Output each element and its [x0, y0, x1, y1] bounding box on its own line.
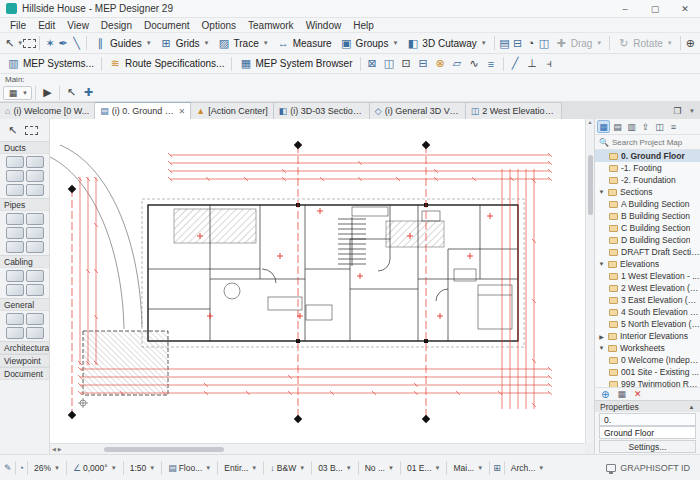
toolbox-section-ducts[interactable]: Ducts — [0, 141, 49, 154]
tab-ground-floor[interactable]: ▤ (i) 0. Ground Floo... ✕ — [95, 102, 191, 119]
tree-item-foundation[interactable]: -2. Foundation — [595, 174, 700, 186]
guides-button[interactable]: ∥ Guides ▼ — [90, 35, 156, 52]
tab-general-3d[interactable]: ◇ (i) General 3D Vie... — [370, 102, 466, 119]
camera-icon[interactable]: ◫ — [537, 35, 550, 51]
scroll-up-icon[interactable]: ▲ — [588, 119, 593, 125]
project-map-icon[interactable]: ▦ — [597, 120, 610, 133]
graphisoft-id[interactable]: GRAPHISOFT ID — [606, 463, 696, 473]
duct-straight-tool[interactable] — [6, 156, 24, 168]
scale-dropdown[interactable]: 1:50▼ — [127, 463, 159, 473]
tree-item-section-d[interactable]: D Building Section — [595, 234, 700, 246]
rotate-button[interactable]: ↻ Rotate ▼ — [613, 35, 676, 52]
mep-system-browser-button[interactable]: ▦ MEP System Browser — [235, 55, 356, 72]
close-tab-icon[interactable]: ✕ — [179, 107, 186, 116]
takeoff-icon[interactable]: ≡ — [483, 56, 500, 72]
layers-icon[interactable]: ▤ — [498, 35, 511, 51]
pipe-transition-tool[interactable] — [26, 227, 44, 239]
grids-button[interactable]: ⊞ Grids ▼ — [156, 35, 214, 52]
drag-button[interactable]: ✚ Drag ▼ — [551, 35, 607, 52]
cable-bend-tool[interactable] — [26, 270, 44, 282]
dimension-style-dropdown[interactable]: Mai...▼ — [450, 463, 486, 473]
perpendicular-icon[interactable]: ⊥ — [524, 56, 541, 72]
edit-mode-icon[interactable]: ✎ — [4, 463, 12, 473]
menu-window[interactable]: Window — [300, 20, 348, 31]
close-button[interactable]: ✕ — [670, 0, 700, 17]
search-input[interactable] — [612, 138, 696, 147]
add-item-icon[interactable]: ⊕ — [601, 389, 609, 400]
expand-icon[interactable]: ▼ — [598, 345, 605, 351]
cable-branch-tool[interactable] — [6, 284, 24, 296]
opening-tool[interactable] — [26, 327, 44, 339]
tree-item-footing[interactable]: -1. Footing — [595, 162, 700, 174]
vertical-scrollbar[interactable]: ▲ — [585, 119, 594, 443]
duct-tool-icon[interactable]: ⊠ — [364, 56, 381, 72]
tab-overflow-icon[interactable]: ▼ — [689, 108, 695, 114]
minimize-button[interactable]: – — [610, 0, 640, 17]
toolbox-section-general[interactable]: General — [0, 298, 49, 311]
duct-branch-tool[interactable] — [6, 170, 24, 182]
arrow-tool-icon[interactable]: ↖ — [6, 122, 19, 138]
story-name-field[interactable]: Ground Floor — [599, 426, 696, 439]
fit-view-icon[interactable]: ⊕ — [684, 35, 697, 51]
menu-design[interactable]: Design — [95, 20, 138, 31]
transition-icon[interactable]: ▱ — [449, 56, 466, 72]
tree-item-elevation-5[interactable]: 5 North Elevation (/... — [595, 318, 700, 330]
menu-document[interactable]: Document — [138, 20, 196, 31]
add-selection-icon[interactable]: ✚ — [80, 85, 97, 101]
delete-item-icon[interactable]: ✕ — [634, 389, 642, 399]
zoom-dropdown[interactable]: 26%▼ — [31, 463, 63, 473]
tree-item-ground-floor[interactable]: 0. Ground Floor — [595, 150, 700, 162]
fixture-tool[interactable] — [26, 313, 44, 325]
expand-icon[interactable]: ▼ — [598, 189, 605, 195]
fitting-icon[interactable]: ⊡ — [398, 56, 415, 72]
line-tool-icon[interactable]: ╱ — [507, 56, 524, 72]
mep-systems-button[interactable]: ▥ MEP Systems... — [3, 55, 98, 72]
equipment-tool[interactable] — [6, 313, 24, 325]
tree-item-twinmotion[interactable]: 999 Twinmotion Re... — [595, 378, 700, 387]
tab-3d-section[interactable]: ◧ (i) 3D-03 Section ... — [274, 102, 370, 119]
marquee-tool-icon[interactable] — [25, 126, 38, 135]
trace-button[interactable]: ▨ Trace ▼ — [214, 35, 273, 52]
eyedropper-icon[interactable]: ✒ — [57, 35, 70, 51]
tab-west-elevation[interactable]: ◫ 2 West Elevation ... — [466, 102, 562, 119]
collapse-panel-icon[interactable]: ▲ — [688, 404, 695, 410]
toolbox-section-viewpoint[interactable]: Viewpoint — [0, 354, 49, 367]
pipe-bend-tool[interactable] — [26, 213, 44, 225]
favorites-dropdown[interactable]: Arch...▼ — [508, 463, 548, 473]
bend-icon[interactable]: ∿ — [466, 56, 483, 72]
tab-welcome[interactable]: ⌂ (i) Welcome [0 W... — [0, 102, 95, 119]
wand-icon[interactable]: ✶ — [43, 35, 56, 51]
play-icon[interactable]: ▶ — [39, 85, 56, 101]
layout-book-icon[interactable]: ▥ — [625, 120, 638, 133]
duct-terminal-tool[interactable] — [6, 184, 24, 196]
vertical-scroll-thumb[interactable] — [588, 155, 593, 215]
model-view-dropdown[interactable]: 03 B...▼ — [315, 463, 355, 473]
tree-item-elevation-2[interactable]: 2 West Elevation (A... — [595, 282, 700, 294]
tree-item-section-b[interactable]: B Building Section — [595, 210, 700, 222]
pen-set-dropdown[interactable]: ↓B&W▼ — [267, 463, 308, 473]
tree-group-sections[interactable]: ▼Sections — [595, 186, 700, 198]
maximize-button[interactable]: ▢ — [640, 0, 670, 17]
teamwork-icon[interactable]: ◫ — [653, 120, 666, 133]
pointer-icon[interactable]: ↖ — [3, 35, 16, 51]
publisher-icon[interactable]: ⇪ — [639, 120, 652, 133]
duct-transition-tool[interactable] — [26, 170, 44, 182]
menu-edit[interactable]: Edit — [32, 20, 61, 31]
horizontal-scrollbar[interactable]: ◀ ▶ — [50, 443, 585, 454]
tree-group-interior-elevations[interactable]: ▶Interior Elevations — [595, 330, 700, 342]
pipe-branch-tool[interactable] — [6, 227, 24, 239]
pipe-straight-tool[interactable] — [6, 213, 24, 225]
horizontal-scroll-thumb[interactable] — [104, 447, 224, 452]
collapse-icon[interactable]: ▶ — [598, 333, 605, 340]
tree-item-elevation-1[interactable]: 1 West Elevation - ... — [595, 270, 700, 282]
groups-button[interactable]: ▣ Groups ▼ — [336, 35, 403, 52]
connector-icon[interactable]: ⊟ — [415, 56, 432, 72]
marker-icon[interactable]: ◔ — [524, 35, 537, 51]
pipe-terminal-tool[interactable] — [6, 241, 24, 253]
toolbox-section-cabling[interactable]: Cabling — [0, 255, 49, 268]
collision-icon[interactable]: ⊗ — [432, 56, 449, 72]
tree-item-section-c[interactable]: C Building Section — [595, 222, 700, 234]
cable-riser-tool[interactable] — [26, 284, 44, 296]
tree-item-draft-section[interactable]: DRAFT Draft Section — [595, 246, 700, 258]
toolbox-section-architectural[interactable]: Architectural — [0, 341, 49, 354]
